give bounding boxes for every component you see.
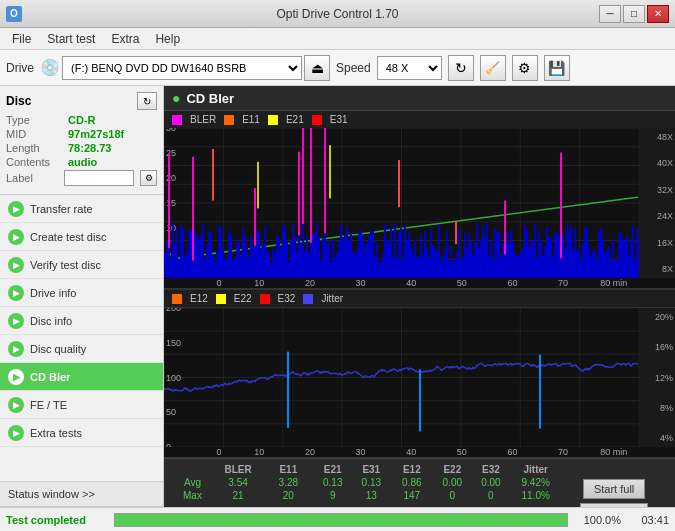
minimize-button[interactable]: ─	[599, 5, 621, 23]
save-button[interactable]: 💾	[544, 55, 570, 81]
status-window-button[interactable]: Status window >>	[0, 481, 163, 507]
disc-length-value: 78:28.73	[68, 142, 111, 154]
app-title: Opti Drive Control 1.70	[0, 7, 675, 21]
stats-max-bler: 21	[213, 489, 263, 502]
nav-label-disc-info: Disc info	[30, 315, 72, 327]
stats-header-empty	[172, 463, 213, 476]
nav-label-transfer-rate: Transfer rate	[30, 203, 93, 215]
stats-total-e21: 597	[313, 502, 352, 507]
legend-color-e11	[224, 115, 234, 125]
x-label-60: 60	[487, 278, 538, 288]
y-top-32x: 32X	[641, 185, 673, 195]
x2-label-0: 0	[204, 447, 234, 457]
x-label-50: 50	[437, 278, 488, 288]
chart-cd-icon: ●	[172, 90, 180, 106]
stats-table: BLER E11 E21 E31 E12 E22 E32 Jitter Avg	[172, 463, 667, 507]
legend-label-bler: BLER	[190, 114, 216, 125]
nav-drive-info[interactable]: ▶ Drive info	[0, 279, 163, 307]
nav-icon-bler: ▶	[8, 369, 24, 385]
refresh-button[interactable]: ↻	[448, 55, 474, 81]
x-label-40: 40	[386, 278, 437, 288]
nav-create-test-disc[interactable]: ▶ Create test disc	[0, 223, 163, 251]
drive-select[interactable]: (F:) BENQ DVD DD DW1640 BSRB	[62, 56, 302, 80]
nav-label-drive-info: Drive info	[30, 287, 76, 299]
stats-total-bler: 16645	[213, 502, 263, 507]
nav-transfer-rate[interactable]: ▶ Transfer rate	[0, 195, 163, 223]
drive-icon: 💿	[40, 58, 60, 77]
disc-label-row: Label ⚙	[6, 170, 157, 186]
nav-fe-te[interactable]: ▶ FE / TE	[0, 391, 163, 419]
stats-max-e22: 0	[433, 489, 472, 502]
clear-button[interactable]: 🧹	[480, 55, 506, 81]
nav-icon-verify: ▶	[8, 257, 24, 273]
nav-label-cd-bler: CD Bler	[30, 371, 70, 383]
menu-help[interactable]: Help	[147, 30, 188, 48]
stats-total-btn: Start part	[561, 502, 667, 507]
nav-icon-transfer: ▶	[8, 201, 24, 217]
x2-label-50: 50	[437, 447, 488, 457]
bottom-x-axis: 0 10 20 30 40 50 60 70 80 min	[164, 447, 675, 458]
right-panel: ● CD Bler BLER E11 E21 E31 48X 40X 32X 2…	[164, 86, 675, 507]
legend-color-e21	[268, 115, 278, 125]
x-label-70: 70	[538, 278, 589, 288]
x-label-20: 20	[285, 278, 336, 288]
stats-avg-e31: 0.13	[352, 476, 391, 489]
menubar: File Start test Extra Help	[0, 28, 675, 50]
menu-extra[interactable]: Extra	[103, 30, 147, 48]
eject-button[interactable]: ⏏	[304, 55, 330, 81]
stats-header-e21: E21	[313, 463, 352, 476]
y-top-48x: 48X	[641, 132, 673, 142]
disc-length-label: Length	[6, 142, 64, 154]
start-full-button[interactable]: Start full	[583, 479, 645, 499]
disc-refresh-button[interactable]: ↻	[137, 92, 157, 110]
legend-label-e12: E12	[190, 293, 208, 304]
stats-header-btn	[561, 463, 667, 476]
stats-max-e12: 147	[391, 489, 433, 502]
legend-top: BLER E11 E21 E31	[164, 111, 675, 128]
nav-items: ▶ Transfer rate ▶ Create test disc ▶ Ver…	[0, 195, 163, 447]
bottom-y-axis-right: 20% 16% 12% 8% 4%	[639, 308, 675, 447]
start-part-button[interactable]: Start part	[580, 503, 647, 507]
disc-section-title: Disc	[6, 94, 31, 108]
nav-icon-drive: ▶	[8, 285, 24, 301]
top-y-axis-right: 48X 40X 32X 24X 16X 8X	[639, 128, 675, 278]
bottom-chart-canvas	[164, 308, 639, 447]
x2-label-10: 10	[234, 447, 285, 457]
nav-disc-info[interactable]: ▶ Disc info	[0, 307, 163, 335]
disc-type-row: Type CD-R	[6, 114, 157, 126]
x2-label-20: 20	[285, 447, 336, 457]
stats-total-label: Total	[172, 502, 213, 507]
bottom-chart: 20% 16% 12% 8% 4%	[164, 307, 675, 447]
maximize-button[interactable]: □	[623, 5, 645, 23]
y-bot-12pct: 12%	[641, 373, 673, 383]
nav-extra-tests[interactable]: ▶ Extra tests	[0, 419, 163, 447]
main-area: Disc ↻ Type CD-R MID 97m27s18f Length 78…	[0, 86, 675, 507]
x2-label-40: 40	[386, 447, 437, 457]
nav-verify-test-disc[interactable]: ▶ Verify test disc	[0, 251, 163, 279]
menu-start-test[interactable]: Start test	[39, 30, 103, 48]
x-label-80-min: 80 min	[588, 278, 639, 288]
stats-max-label: Max	[172, 489, 213, 502]
legend-label-e21: E21	[286, 114, 304, 125]
speed-select[interactable]: 48 X	[377, 56, 442, 80]
drive-label: Drive	[6, 61, 34, 75]
statusbar: Test completed 100.0% 03:41	[0, 507, 675, 531]
legend-color-bler	[172, 115, 182, 125]
toolbar: Drive 💿 (F:) BENQ DVD DD DW1640 BSRB ⏏ S…	[0, 50, 675, 86]
settings-button[interactable]: ⚙	[512, 55, 538, 81]
stats-header-bler: BLER	[213, 463, 263, 476]
disc-mid-label: MID	[6, 128, 64, 140]
time-display: 03:41	[629, 514, 669, 526]
speed-label: Speed	[336, 61, 371, 75]
disc-label-input[interactable]	[64, 170, 134, 186]
titlebar: O Opti Drive Control 1.70 ─ □ ✕	[0, 0, 675, 28]
nav-disc-quality[interactable]: ▶ Disc quality	[0, 335, 163, 363]
menu-file[interactable]: File	[4, 30, 39, 48]
nav-cd-bler[interactable]: ▶ CD Bler	[0, 363, 163, 391]
stats-header-jitter: Jitter	[510, 463, 561, 476]
x-label-30: 30	[335, 278, 386, 288]
disc-label-edit-button[interactable]: ⚙	[140, 170, 157, 186]
stats-header-e12: E12	[391, 463, 433, 476]
stats-total-jitter	[510, 502, 561, 507]
close-button[interactable]: ✕	[647, 5, 669, 23]
